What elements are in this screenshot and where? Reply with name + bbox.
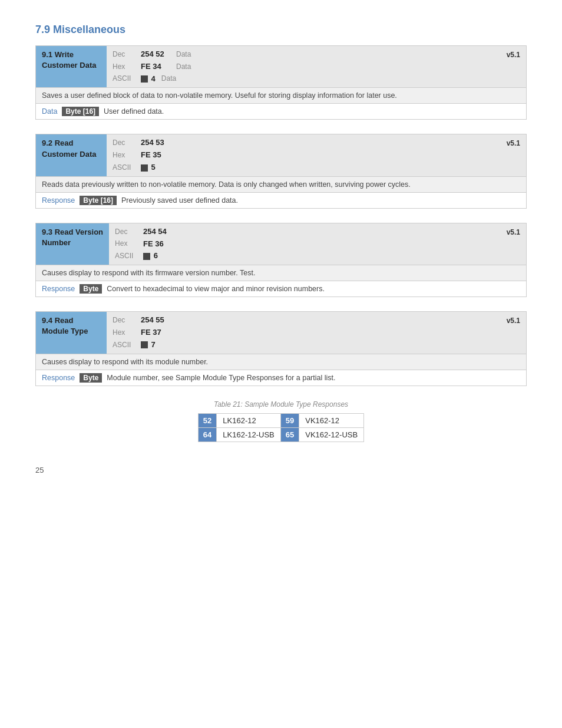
command-name-9-4: 9.4 ReadModule Type	[36, 312, 107, 353]
table-caption: Table 21: Sample Module Type Responses	[35, 400, 527, 409]
code-row-ascii-9-2: ASCII 5	[113, 162, 495, 174]
code-row-hex-9-3: Hex FE 36	[115, 238, 495, 251]
param-desc-9-1: User defined data.	[104, 107, 164, 116]
ascii-label-9-4: ASCII	[113, 340, 135, 351]
hex-type: Data	[176, 61, 191, 73]
param-desc-9-3: Convert to hexadecimal to view major and…	[107, 285, 325, 293]
command-desc-9-2: Reads data previously written to non-vol…	[36, 176, 526, 192]
param-type-9-1: Byte [16]	[62, 107, 99, 116]
dec-label-9-3: Dec	[115, 226, 137, 238]
module-num-65: 65	[280, 427, 299, 442]
module-num-64: 64	[198, 427, 216, 442]
command-desc-9-3: Causes display to respond with its firmw…	[36, 265, 526, 281]
table-row: 64 LK162-12-USB 65 VK162-12-USB	[198, 427, 363, 442]
dec-value: 254 52	[141, 48, 170, 61]
table-row: 52 LK162-12 59 VK162-12	[198, 413, 363, 427]
ascii-type: Data	[161, 73, 176, 84]
hex-value-9-2: FE 35	[141, 149, 170, 162]
code-row-dec: Dec 254 52 Data	[113, 48, 495, 61]
hex-label: Hex	[113, 61, 135, 73]
command-header-9-1: 9.1 WriteCustomer Data Dec 254 52 Data H…	[36, 46, 526, 87]
code-row-hex-9-4: Hex FE 37	[113, 327, 495, 339]
command-version-9-1: v5.1	[501, 46, 526, 62]
command-block-9-4: 9.4 ReadModule Type Dec 254 55 Hex FE 37…	[35, 311, 527, 386]
ascii-square-icon-9-2	[141, 164, 148, 172]
param-label-9-4: Response	[42, 374, 75, 382]
ascii-square-icon-9-4	[141, 341, 148, 348]
command-name-9-1: 9.1 WriteCustomer Data	[36, 46, 107, 87]
command-header-9-2: 9.2 ReadCustomer Data Dec 254 53 Hex FE …	[36, 134, 526, 176]
command-params-9-1: Data Byte [16] User defined data.	[36, 103, 526, 119]
command-codes-9-1: Dec 254 52 Data Hex FE 34 Data ASCII 4 D…	[107, 46, 501, 87]
param-label-9-1: Data	[42, 107, 57, 116]
hex-label-9-2: Hex	[113, 150, 135, 161]
ascii-value-9-4: 7	[141, 339, 156, 351]
code-row-hex: Hex FE 34 Data	[113, 61, 495, 73]
command-header-9-3: 9.3 Read VersionNumber Dec 254 54 Hex FE…	[36, 223, 526, 265]
dec-value-9-2: 254 53	[141, 137, 170, 149]
dec-value-9-4: 254 55	[141, 314, 170, 327]
param-type-9-2: Byte [16]	[80, 196, 117, 205]
ascii-square-icon-9-3	[143, 253, 150, 260]
section-title: 7.9 Miscellaneous	[35, 24, 527, 36]
module-name-vk162-usb: VK162-12-USB	[299, 427, 364, 442]
dec-label: Dec	[113, 49, 135, 60]
command-version-9-4: v5.1	[501, 312, 526, 328]
command-version-9-3: v5.1	[501, 223, 526, 240]
ascii-label-9-2: ASCII	[113, 162, 135, 173]
param-desc-9-4: Module number, see Sample Module Type Re…	[107, 374, 335, 382]
command-block-9-2: 9.2 ReadCustomer Data Dec 254 53 Hex FE …	[35, 134, 527, 208]
code-row-dec-9-4: Dec 254 55	[113, 314, 495, 327]
param-type-9-4: Byte	[80, 373, 102, 383]
code-row-hex-9-2: Hex FE 35	[113, 149, 495, 162]
code-row-dec-9-3: Dec 254 54	[115, 226, 495, 238]
page-number: 25	[35, 466, 527, 475]
hex-label-9-4: Hex	[113, 327, 135, 338]
ascii-value: 4	[141, 73, 156, 85]
ascii-value-9-3: 6	[143, 250, 158, 262]
command-block-9-3: 9.3 Read VersionNumber Dec 254 54 Hex FE…	[35, 223, 527, 297]
module-name-vk162: VK162-12	[299, 413, 364, 427]
ascii-value-9-2: 5	[141, 162, 156, 174]
code-row-dec-9-2: Dec 254 53	[113, 137, 495, 149]
dec-value-9-3: 254 54	[143, 226, 173, 238]
code-row-ascii-9-3: ASCII 6	[115, 250, 495, 262]
param-type-9-3: Byte	[80, 284, 102, 294]
command-name-9-2: 9.2 ReadCustomer Data	[36, 134, 107, 176]
command-version-9-2: v5.1	[501, 134, 526, 151]
ascii-square-icon	[141, 75, 148, 83]
module-name-lk162: LK162-12	[217, 413, 280, 427]
param-desc-9-2: Previously saved user defined data.	[121, 196, 238, 205]
ascii-label-9-3: ASCII	[115, 251, 137, 262]
module-type-table: 52 LK162-12 59 VK162-12 64 LK162-12-USB …	[198, 413, 364, 442]
hex-value: FE 34	[141, 61, 170, 73]
command-codes-9-3: Dec 254 54 Hex FE 36 ASCII 6	[109, 223, 501, 265]
dec-type: Data	[176, 49, 191, 60]
command-name-9-3: 9.3 Read VersionNumber	[36, 223, 109, 265]
command-codes-9-2: Dec 254 53 Hex FE 35 ASCII 5	[107, 134, 501, 176]
module-name-lk162-usb: LK162-12-USB	[217, 427, 280, 442]
code-row-ascii-9-4: ASCII 7	[113, 339, 495, 351]
command-desc-9-4: Causes display to respond with its modul…	[36, 354, 526, 370]
param-label-9-2: Response	[42, 196, 75, 205]
command-desc-9-1: Saves a user defined block of data to no…	[36, 87, 526, 103]
module-num-59: 59	[280, 413, 299, 427]
code-row-ascii: ASCII 4 Data	[113, 73, 495, 85]
ascii-label: ASCII	[113, 73, 135, 84]
param-label-9-3: Response	[42, 285, 75, 293]
dec-label-9-4: Dec	[113, 315, 135, 326]
command-block-9-1: 9.1 WriteCustomer Data Dec 254 52 Data H…	[35, 45, 527, 120]
command-codes-9-4: Dec 254 55 Hex FE 37 ASCII 7	[107, 312, 501, 353]
dec-label-9-2: Dec	[113, 137, 135, 149]
hex-value-9-4: FE 37	[141, 327, 170, 339]
hex-label-9-3: Hex	[115, 238, 137, 249]
command-params-9-3: Response Byte Convert to hexadecimal to …	[36, 281, 526, 297]
command-params-9-2: Response Byte [16] Previously saved user…	[36, 192, 526, 208]
command-header-9-4: 9.4 ReadModule Type Dec 254 55 Hex FE 37…	[36, 312, 526, 353]
module-num-52: 52	[198, 413, 216, 427]
hex-value-9-3: FE 36	[143, 238, 173, 251]
command-params-9-4: Response Byte Module number, see Sample …	[36, 370, 526, 386]
